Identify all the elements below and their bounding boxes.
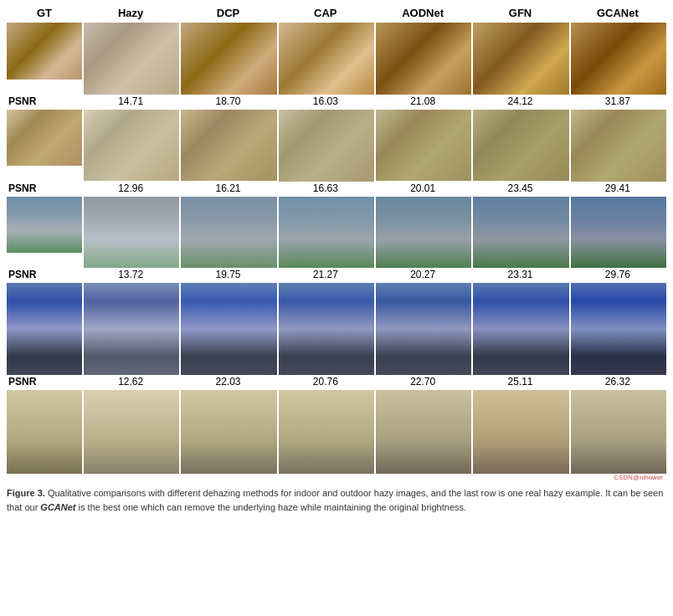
- psnr-val-3-cap: 21.27: [277, 268, 374, 281]
- psnr-val-3-hazy: 13.72: [82, 268, 179, 281]
- img-r3-gfn: [473, 197, 568, 269]
- psnr-val-1-gfn: 24.12: [471, 95, 568, 108]
- watermark: CSDN@nihower: [7, 474, 666, 481]
- img-r4-hazy: [84, 283, 179, 375]
- img-r2-cap: [279, 110, 374, 182]
- img-r3-cap: [279, 197, 374, 269]
- psnr-val-3-dcp: 19.75: [179, 268, 276, 281]
- img-r2-gt: [7, 110, 82, 167]
- img-r3-gcanet: [571, 197, 666, 269]
- caption-italic: GCANet: [40, 502, 75, 512]
- psnr-val-4-cap: 20.76: [277, 375, 374, 388]
- img-r5-aodnet: [376, 390, 471, 474]
- img-r2-aodnet: [376, 110, 471, 182]
- img-r1-hazy: [84, 23, 179, 95]
- img-r5-gcanet: [571, 390, 666, 474]
- img-r5-hazy: [84, 390, 179, 474]
- psnr-val-4-aodnet: 22.70: [374, 375, 471, 388]
- image-row-2: [7, 110, 666, 182]
- img-r5-dcp: [181, 390, 276, 474]
- psnr-label-3: PSNR: [7, 268, 82, 281]
- psnr-val-2-dcp: 16.21: [179, 182, 276, 195]
- psnr-val-1-aodnet: 21.08: [374, 95, 471, 108]
- img-r4-gcanet: [571, 283, 666, 375]
- img-r4-gt: [7, 283, 82, 375]
- psnr-label-2: PSNR: [7, 182, 82, 195]
- img-r5-gfn: [473, 390, 568, 474]
- psnr-label-4: PSNR: [7, 375, 82, 388]
- figure-label: Figure 3.: [7, 488, 45, 498]
- psnr-val-3-gfn: 23.31: [471, 268, 568, 281]
- img-r3-gt: [7, 197, 82, 254]
- psnr-val-2-gcanet: 29.41: [569, 182, 666, 195]
- img-r1-aodnet: [376, 23, 471, 95]
- image-row-3: [7, 197, 666, 269]
- img-r4-cap: [279, 283, 374, 375]
- psnr-label-1: PSNR: [7, 95, 82, 108]
- psnr-val-4-hazy: 12.62: [82, 375, 179, 388]
- img-r3-aodnet: [376, 197, 471, 269]
- psnr-row-3: PSNR 13.72 19.75 21.27 20.27 23.31 29.76: [7, 268, 666, 281]
- header-gfn: GFN: [471, 5, 568, 21]
- image-row-1: [7, 23, 666, 95]
- image-row-5: [7, 390, 666, 474]
- psnr-val-3-aodnet: 20.27: [374, 268, 471, 281]
- header-hazy: Hazy: [82, 5, 179, 21]
- img-r3-dcp: [181, 197, 276, 269]
- psnr-row-4: PSNR 12.62 22.03 20.76 22.70 25.11 26.32: [7, 375, 666, 388]
- psnr-row-2: PSNR 12.96 16.21 16.63 20.01 23.45 29.41: [7, 182, 666, 195]
- img-r1-gfn: [473, 23, 568, 95]
- psnr-val-4-dcp: 22.03: [179, 375, 276, 388]
- psnr-val-2-cap: 16.63: [277, 182, 374, 195]
- psnr-val-1-cap: 16.03: [277, 95, 374, 108]
- img-r1-dcp: [181, 23, 276, 95]
- psnr-val-2-aodnet: 20.01: [374, 182, 471, 195]
- header-cap: CAP: [277, 5, 374, 21]
- figure-caption: Figure 3. Qualitative comparisons with d…: [7, 486, 666, 514]
- psnr-val-2-gfn: 23.45: [471, 182, 568, 195]
- img-r1-gcanet: [571, 23, 666, 95]
- column-headers: GT Hazy DCP CAP AODNet GFN GCANet: [7, 5, 666, 21]
- img-r2-gcanet: [571, 110, 666, 182]
- img-r1-gt: [7, 23, 82, 80]
- psnr-val-1-gcanet: 31.87: [569, 95, 666, 108]
- img-r5-gt: [7, 390, 82, 474]
- psnr-val-3-gcanet: 29.76: [569, 268, 666, 281]
- img-r1-cap: [279, 23, 374, 95]
- header-aodnet: AODNet: [374, 5, 471, 21]
- psnr-val-4-gfn: 25.11: [471, 375, 568, 388]
- caption-text-after: is the best one which can remove the und…: [76, 502, 467, 512]
- psnr-val-4-gcanet: 26.32: [569, 375, 666, 388]
- img-r4-aodnet: [376, 283, 471, 375]
- img-r4-gfn: [473, 283, 568, 375]
- main-container: GT Hazy DCP CAP AODNet GFN GCANet PSNR 1…: [0, 0, 673, 521]
- psnr-row-1: PSNR 14.71 18.70 16.03 21.08 24.12 31.87: [7, 95, 666, 108]
- header-gt: GT: [7, 5, 82, 21]
- header-dcp: DCP: [179, 5, 276, 21]
- psnr-val-1-hazy: 14.71: [82, 95, 179, 108]
- img-r2-dcp: [181, 110, 276, 182]
- img-r2-hazy: [84, 110, 179, 182]
- img-r2-gfn: [473, 110, 568, 182]
- header-gcanet: GCANet: [569, 5, 666, 21]
- image-row-4: [7, 283, 666, 375]
- img-r3-hazy: [84, 197, 179, 269]
- img-r5-cap: [279, 390, 374, 474]
- psnr-val-2-hazy: 12.96: [82, 182, 179, 195]
- psnr-val-1-dcp: 18.70: [179, 95, 276, 108]
- img-r4-dcp: [181, 283, 276, 375]
